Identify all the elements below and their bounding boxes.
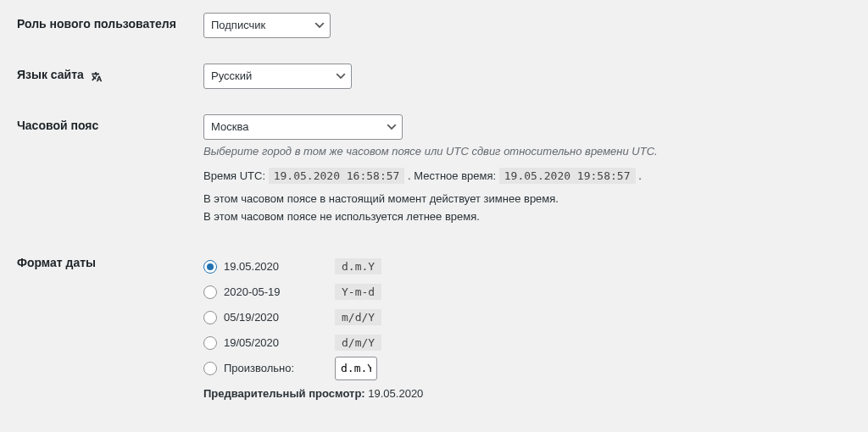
timezone-hint: Выберите город в том же часовом поясе ил… [203,145,843,158]
date-format-radio-2[interactable] [203,311,217,324]
local-time-value: 19.05.2020 19:58:57 [499,168,636,184]
role-select[interactable]: Подписчик [203,13,331,38]
timezone-note: В этом часовом поясе в настоящий момент … [203,191,843,226]
date-format-option-1[interactable]: 2020-05-19 [203,285,335,299]
translate-icon [89,69,103,82]
timezone-select[interactable]: Москва [203,114,403,140]
utc-time-value: 19.05.2020 16:58:57 [269,168,405,184]
date-format-option-custom[interactable]: Произвольно: [203,362,335,375]
site-language-label: Язык сайта [17,51,195,102]
date-format-code-2: m/d/Y [335,309,381,325]
date-format-radio-0[interactable] [203,260,217,274]
date-format-option-0[interactable]: 19.05.2020 [203,260,335,274]
date-format-radio-custom[interactable] [203,362,217,375]
date-format-preview: Предварительный просмотр: 19.05.2020 [203,387,843,400]
date-format-option-2[interactable]: 05/19/2020 [203,311,335,324]
date-format-custom-input[interactable] [335,357,377,380]
site-language-select[interactable]: Русский [203,64,352,89]
role-label: Роль нового пользователя [17,0,195,51]
timezone-label: Часовой пояс [17,102,195,239]
date-format-fieldset: 19.05.2020 d.m.Y 2020-05-19 Y-m-d 05/19/… [203,252,843,400]
timezone-times: Время UTC: 19.05.2020 16:58:57 . Местное… [203,169,843,182]
date-format-radio-3[interactable] [203,336,217,350]
date-format-label: Формат даты [17,239,195,413]
date-format-option-3[interactable]: 19/05/2020 [203,336,335,350]
date-format-radio-1[interactable] [203,285,217,299]
date-format-code-3: d/m/Y [335,335,381,351]
date-format-code-1: Y-m-d [335,284,381,300]
date-format-code-0: d.m.Y [335,258,381,274]
